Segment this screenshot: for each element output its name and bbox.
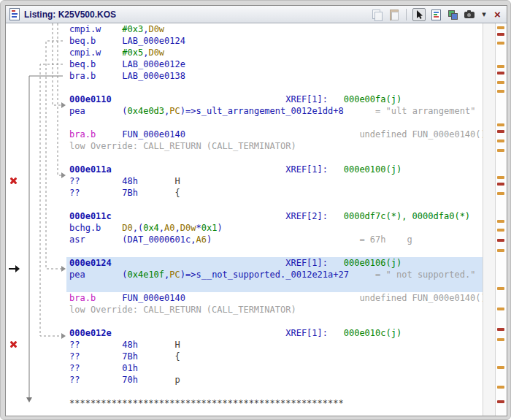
window-frame: Listing: K25V500.KOS ▾ × — [0, 0, 511, 420]
listing-line[interactable] — [66, 199, 484, 210]
listing-line[interactable]: 000e012e XREF[1]: 000e010c(j) — [66, 327, 484, 339]
overview-mark[interactable] — [497, 249, 504, 252]
listing-line[interactable]: 000e0110 XREF[1]: 000e00fa(j) — [66, 93, 484, 105]
listing-line[interactable]: pea (0x4e0d3,PC)=>s_ult_arrangement_0012… — [66, 105, 484, 117]
overview-mark[interactable] — [497, 42, 504, 45]
overview-mark[interactable] — [497, 81, 504, 84]
listing-line[interactable]: ?? 70h p — [66, 374, 484, 386]
cursor-tool-icon[interactable] — [412, 8, 426, 21]
edit-fields-icon[interactable] — [429, 8, 442, 21]
overview-mark[interactable] — [497, 149, 504, 152]
marker-margin — [6, 23, 22, 416]
listing-line[interactable] — [66, 82, 484, 93]
listing-line[interactable]: 000e011c XREF[2]: 0000df7c(*), 0000dfa0(… — [66, 210, 484, 222]
listing-line[interactable]: low Override: CALL_RETURN (CALL_TERMINAT… — [66, 304, 484, 316]
overview-mark[interactable] — [497, 26, 504, 29]
vertical-scrollbar[interactable] — [483, 23, 496, 416]
window-title: Listing: K25V500.KOS — [24, 9, 116, 20]
listing-line[interactable] — [66, 386, 484, 397]
overview-mark[interactable] — [497, 400, 504, 403]
listing-line[interactable]: beq.b LAB_000e012e — [66, 58, 484, 70]
overview-mark[interactable] — [497, 328, 504, 331]
listing-line[interactable]: bra.b FUN_000e0140 undefined FUN_000e014… — [66, 129, 484, 140]
listing-line[interactable] — [66, 152, 484, 164]
listing-line[interactable] — [66, 316, 484, 327]
overview-mark[interactable] — [497, 176, 504, 179]
listing-line[interactable]: bchg.b D0,(0x4,A0,D0w*0x1) — [66, 222, 484, 234]
listing-line[interactable]: ?? 7Bh { — [66, 187, 484, 199]
listing-line[interactable]: cmpi.w #0x3,D0w — [66, 23, 484, 35]
overview-mark[interactable] — [497, 192, 504, 195]
field-formatter-icon[interactable] — [446, 8, 459, 21]
listing-line[interactable]: beq.b LAB_000e0124 — [66, 35, 484, 47]
listing-line[interactable] — [66, 280, 484, 292]
close-icon[interactable]: × — [492, 8, 503, 21]
overview-margin[interactable] — [496, 23, 507, 416]
titlebar[interactable]: Listing: K25V500.KOS ▾ × — [6, 6, 507, 23]
overview-mark[interactable] — [497, 130, 504, 133]
snapshot-camera-icon[interactable] — [463, 8, 476, 21]
overview-mark[interactable] — [497, 338, 504, 341]
listing-content: cmpi.w #0x3,D0wbeq.b LAB_000e0124cmpi.w … — [6, 23, 507, 416]
error-bookmark-icon[interactable] — [9, 340, 18, 348]
listing-line[interactable]: asr (DAT_0000601c,A6) = 67h g — [66, 234, 484, 245]
toolbar-separator — [406, 9, 407, 20]
overview-mark[interactable] — [497, 220, 504, 223]
overview-mark[interactable] — [497, 65, 504, 68]
overview-mark[interactable] — [497, 308, 504, 310]
overview-mark[interactable] — [497, 366, 504, 369]
listing-line[interactable]: ****************************************… — [66, 397, 484, 409]
listing-line[interactable] — [66, 117, 484, 129]
listing-line[interactable]: 000e0124 XREF[1]: 000e0106(j) — [66, 257, 484, 269]
overview-mark[interactable] — [497, 72, 504, 75]
listing-line[interactable]: bra.b LAB_000e0138 — [66, 70, 484, 82]
overview-mark[interactable] — [497, 140, 504, 142]
overview-mark[interactable] — [497, 123, 504, 126]
listing-line[interactable] — [66, 245, 484, 257]
listing-line[interactable]: ?? 48h H — [66, 339, 484, 351]
overview-mark[interactable] — [497, 229, 504, 232]
paste-icon[interactable] — [387, 8, 400, 21]
listing-line[interactable]: bra.b FUN_000e0140 undefined FUN_000e014… — [66, 292, 484, 304]
overview-mark[interactable] — [497, 183, 504, 186]
titlebar-toolbar: ▾ × — [370, 8, 503, 21]
listing-line[interactable]: 000e011a XREF[1]: 000e0100(j) — [66, 164, 484, 175]
overview-mark[interactable] — [497, 90, 504, 93]
listing-lines[interactable]: cmpi.w #0x3,D0wbeq.b LAB_000e0124cmpi.w … — [66, 23, 484, 416]
overview-mark[interactable] — [497, 386, 504, 389]
overview-mark[interactable] — [497, 239, 504, 242]
current-location-arrow-icon — [8, 263, 21, 275]
listing-line[interactable]: cmpi.w #0x5,D0w — [66, 47, 484, 58]
chevron-down-icon[interactable]: ▾ — [480, 8, 488, 21]
listing-window-icon — [9, 8, 20, 20]
overview-mark[interactable] — [497, 33, 504, 36]
listing-line[interactable]: ?? 01h — [66, 362, 484, 374]
listing-window: Listing: K25V500.KOS ▾ × — [5, 5, 507, 416]
listing-line[interactable]: ?? 48h H — [66, 175, 484, 187]
listing-line[interactable]: pea (0x4e10f,PC)=>s__not_supported._0012… — [66, 269, 484, 280]
overview-mark[interactable] — [497, 287, 504, 290]
error-bookmark-icon[interactable] — [9, 177, 18, 185]
listing-line[interactable]: low Override: CALL_RETURN (CALL_TERMINAT… — [66, 140, 484, 152]
listing-line[interactable]: ?? 7Bh { — [66, 351, 484, 362]
copy-icon[interactable] — [370, 8, 383, 21]
